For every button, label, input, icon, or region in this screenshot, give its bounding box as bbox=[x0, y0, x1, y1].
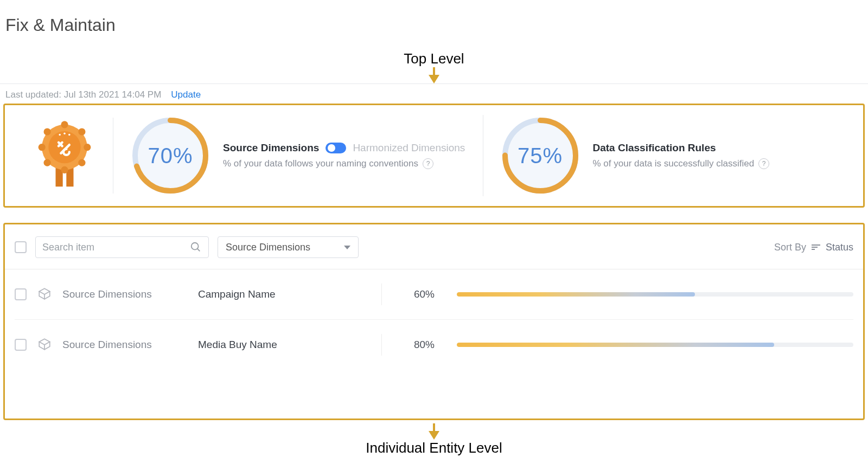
sort-by-value: Status bbox=[826, 242, 853, 253]
row-name: Campaign Name bbox=[198, 288, 361, 300]
search-input-wrapper bbox=[35, 236, 209, 258]
svg-line-23 bbox=[197, 249, 200, 252]
row-divider bbox=[381, 334, 382, 356]
row-checkbox[interactable] bbox=[15, 339, 27, 351]
sort-icon bbox=[812, 244, 820, 250]
row-progress-fill bbox=[457, 292, 695, 297]
row-name: Media Buy Name bbox=[198, 339, 361, 351]
harmonized-dimensions-title: Harmonized Dimensions bbox=[353, 142, 465, 154]
svg-point-14 bbox=[63, 133, 66, 135]
classification-title: Data Classification Rules bbox=[593, 142, 716, 154]
svg-point-5 bbox=[84, 144, 91, 151]
table-row[interactable]: Source Dimensions Media Buy Name 80% bbox=[15, 320, 853, 370]
sort-by-label: Sort By bbox=[774, 242, 806, 253]
row-checkbox[interactable] bbox=[15, 288, 27, 300]
table-row[interactable]: Source Dimensions Campaign Name 60% bbox=[15, 269, 853, 320]
source-dimensions-percent: 70% bbox=[130, 115, 211, 196]
classification-metric: 75% Data Classification Rules % of your … bbox=[483, 115, 853, 196]
dimensions-toggle[interactable] bbox=[326, 143, 346, 153]
cube-icon bbox=[37, 338, 52, 352]
row-percent: 60% bbox=[403, 288, 446, 300]
entity-toolbar: Source Dimensions Sort By Status bbox=[15, 236, 853, 258]
filter-select-value: Source Dimensions bbox=[226, 242, 310, 253]
source-dimensions-metric: 70% Source Dimensions Harmonized Dimensi… bbox=[113, 115, 483, 196]
cube-icon bbox=[37, 287, 52, 301]
help-icon[interactable]: ? bbox=[758, 158, 769, 169]
last-updated-text: Last updated: Jul 13th 2021 14:04 PM bbox=[5, 89, 161, 100]
achievement-badge bbox=[16, 118, 113, 194]
badge-icon bbox=[35, 120, 94, 191]
meta-row: Last updated: Jul 13th 2021 14:04 PM Upd… bbox=[0, 84, 868, 104]
svg-point-8 bbox=[43, 159, 50, 166]
row-type: Source Dimensions bbox=[62, 339, 187, 351]
chevron-down-icon bbox=[344, 246, 350, 249]
classification-percent: 75% bbox=[500, 115, 581, 196]
svg-point-13 bbox=[59, 134, 61, 136]
classification-donut: 75% bbox=[500, 115, 581, 196]
row-percent: 80% bbox=[403, 339, 446, 351]
source-dimensions-title: Source Dimensions bbox=[223, 142, 319, 154]
page-title: Fix & Maintain bbox=[0, 0, 868, 47]
classification-subtitle: % of your data is successfully classifie… bbox=[593, 158, 755, 169]
update-link[interactable]: Update bbox=[171, 89, 201, 100]
svg-point-11 bbox=[48, 131, 80, 163]
arrow-down-icon bbox=[0, 67, 868, 83]
svg-point-22 bbox=[192, 243, 199, 250]
svg-point-4 bbox=[78, 128, 85, 135]
row-type: Source Dimensions bbox=[62, 288, 187, 300]
select-all-checkbox[interactable] bbox=[15, 241, 27, 253]
annotation-bottom-text: Individual Entity Level bbox=[366, 440, 502, 456]
svg-point-6 bbox=[78, 159, 85, 166]
source-dimensions-donut: 70% bbox=[130, 115, 211, 196]
search-input[interactable] bbox=[42, 242, 183, 253]
annotation-top-label: Top Level bbox=[0, 47, 868, 83]
svg-point-10 bbox=[43, 128, 50, 135]
filter-select[interactable]: Source Dimensions bbox=[218, 236, 359, 258]
svg-point-9 bbox=[38, 144, 45, 151]
source-dimensions-subtitle: % of your data follows your naming conve… bbox=[223, 158, 418, 169]
row-divider bbox=[381, 284, 382, 305]
svg-point-7 bbox=[61, 166, 68, 173]
svg-point-15 bbox=[68, 134, 71, 136]
help-icon[interactable]: ? bbox=[423, 158, 433, 169]
arrow-down-icon bbox=[0, 423, 868, 440]
row-progress-bar bbox=[457, 343, 853, 347]
search-icon bbox=[190, 241, 202, 253]
row-progress-bar bbox=[457, 292, 853, 297]
row-progress-fill bbox=[457, 343, 774, 347]
sort-by-control[interactable]: Sort By Status bbox=[774, 242, 853, 253]
svg-point-3 bbox=[61, 121, 68, 128]
entity-level-panel: Source Dimensions Sort By Status Source … bbox=[3, 223, 865, 420]
annotation-top-text: Top Level bbox=[404, 50, 464, 67]
annotation-bottom-label: Individual Entity Level bbox=[0, 420, 868, 456]
top-level-panel: 70% Source Dimensions Harmonized Dimensi… bbox=[3, 104, 865, 208]
